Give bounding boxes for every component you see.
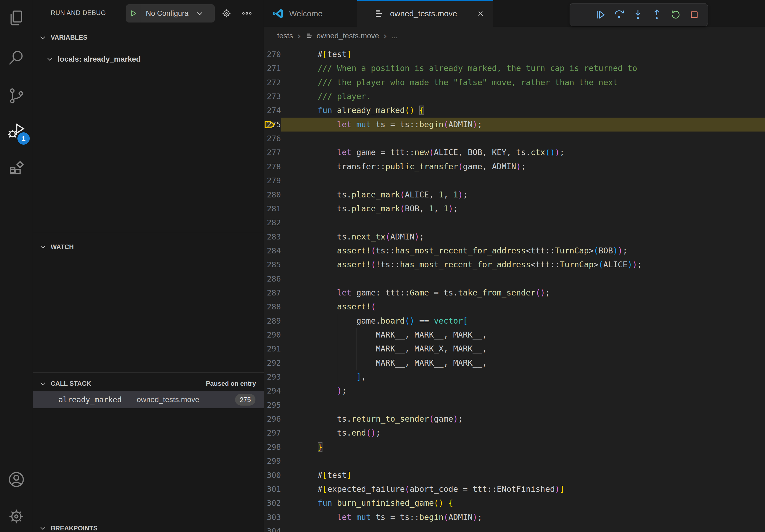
line-number[interactable]: 296 [264, 412, 281, 426]
code-line-280[interactable]: 280 ts.place_mark(ALICE, 1, 1); [264, 188, 765, 202]
code-line-303[interactable]: 303 let mut ts = ts::begin(ADMIN); [264, 510, 765, 524]
line-number[interactable]: 278 [264, 160, 281, 174]
debug-settings-gear-icon[interactable] [221, 8, 232, 19]
code-line-272[interactable]: 272/// the player who made the "false" m… [264, 76, 765, 90]
code-line-284[interactable]: 284 assert!(ts::has_most_recent_for_addr… [264, 244, 765, 258]
code-line-277[interactable]: 277 let game = ttt::new(ALICE, BOB, KEY,… [264, 145, 765, 159]
line-number[interactable]: 270 [264, 47, 281, 62]
line-number[interactable]: 276 [264, 132, 281, 146]
code-line-299[interactable]: 299 [264, 454, 765, 468]
line-number[interactable]: 292 [264, 356, 281, 370]
run-and-debug-icon[interactable]: 1 [7, 122, 26, 141]
line-number[interactable]: 283 [264, 230, 281, 244]
code-line-290[interactable]: 290 MARK__, MARK__, MARK__, [264, 328, 765, 342]
code-line-276[interactable]: 276 [264, 132, 765, 145]
code-line-270[interactable]: 270#[test] [264, 47, 765, 61]
code-line-295[interactable]: 295 [264, 398, 765, 412]
code-line-302[interactable]: 302fun burn_unfinished_game() { [264, 496, 765, 510]
line-number[interactable]: 299 [264, 454, 281, 468]
line-number[interactable]: 302 [264, 496, 281, 510]
code-line-286[interactable]: 286 [264, 272, 765, 286]
line-number[interactable]: 301 [264, 482, 281, 496]
line-number[interactable]: 298 [264, 440, 281, 454]
line-number[interactable]: 286 [264, 272, 281, 286]
code-line-282[interactable]: 282 [264, 216, 765, 230]
line-number[interactable]: 279 [264, 173, 281, 188]
line-number[interactable]: 284 [264, 244, 281, 258]
line-number[interactable]: 277 [264, 145, 281, 160]
code-line-273[interactable]: 273/// player. [264, 90, 765, 104]
line-number[interactable]: 297 [264, 426, 281, 440]
code-line-300[interactable]: 300#[test] [264, 468, 765, 482]
code-line-274[interactable]: 274fun already_marked() { [264, 104, 765, 117]
code-line-283[interactable]: 283 ts.next_tx(ADMIN); [264, 230, 765, 244]
code-line-304[interactable]: 304 [264, 524, 765, 532]
variables-scope-row[interactable]: locals: already_marked [33, 51, 264, 67]
account-icon[interactable] [7, 470, 26, 489]
line-number[interactable]: 281 [264, 202, 281, 216]
code-token: board [381, 316, 405, 326]
configuration-dropdown-label[interactable]: No Configura [146, 9, 197, 18]
code-line-text: ts.next_tx(ADMIN); [318, 230, 424, 244]
code-line-text: ts.end(); [318, 426, 381, 440]
code-line-289[interactable]: 289 game.board() == vector[ [264, 314, 765, 328]
line-number[interactable]: 285 [264, 258, 281, 272]
line-number[interactable]: 290 [264, 328, 281, 342]
code-token: game = ttt:: [352, 147, 414, 157]
code-line-296[interactable]: 296 ts.return_to_sender(game); [264, 412, 765, 426]
code-line-271[interactable]: 271/// When a position is already marked… [264, 61, 765, 75]
code-line-297[interactable]: 297 ts.end(); [264, 426, 765, 440]
line-number[interactable]: 280 [264, 188, 281, 202]
settings-gear-icon[interactable] [7, 507, 26, 526]
code-line-288[interactable]: 288 assert!( [264, 300, 765, 314]
code-token: # [318, 470, 323, 480]
source-control-icon[interactable] [7, 86, 26, 106]
explorer-icon[interactable] [7, 8, 26, 28]
line-number[interactable]: 294 [264, 384, 281, 398]
extensions-icon[interactable] [7, 159, 26, 178]
code-line-293[interactable]: 293 ], [264, 370, 765, 384]
code-line-279[interactable]: 279 [264, 173, 765, 187]
code-line-292[interactable]: 292 MARK__, MARK__, MARK__, [264, 356, 765, 370]
code-line-287[interactable]: 287 let game: ttt::Game = ts.take_from_s… [264, 286, 765, 300]
call-stack-frame-row[interactable]: already_marked owned_tests.move 275 [33, 391, 264, 408]
start-debugging-button[interactable] [126, 4, 141, 23]
line-number[interactable]: 272 [264, 76, 281, 90]
more-actions-icon[interactable] [241, 8, 253, 19]
chevron-down-icon[interactable] [195, 9, 204, 18]
code-token: let [337, 120, 352, 129]
code-line-285[interactable]: 285 assert!(!ts::has_most_recent_for_add… [264, 258, 765, 272]
watch-section-header[interactable]: WATCH [33, 239, 264, 254]
code-line-281[interactable]: 281 ts.place_mark(BOB, 1, 1); [264, 202, 765, 216]
code-line-301[interactable]: 301#[expected_failure(abort_code = ttt::… [264, 482, 765, 496]
line-number[interactable]: 303 [264, 510, 281, 524]
line-number[interactable]: 304 [264, 524, 281, 532]
code-token [318, 147, 337, 157]
search-icon[interactable] [7, 48, 26, 67]
line-number[interactable]: 282 [264, 216, 281, 230]
panel-title: RUN AND DEBUG [51, 0, 106, 26]
line-number[interactable]: 288 [264, 300, 281, 314]
launch-configuration-control[interactable]: No Configura [126, 4, 215, 23]
call-stack-section-header[interactable]: CALL STACK Paused on entry [33, 376, 264, 391]
line-number[interactable]: 289 [264, 314, 281, 328]
line-number[interactable]: 287 [264, 286, 281, 300]
code-line-294[interactable]: 294 ); [264, 384, 765, 398]
code-line-298[interactable]: 298} [264, 440, 765, 454]
line-number[interactable]: 293 [264, 370, 281, 384]
breakpoints-section-header[interactable]: BREAKPOINTS [33, 521, 264, 532]
line-number[interactable]: 271 [264, 61, 281, 76]
code-token: BOB [598, 246, 613, 255]
line-number[interactable]: 273 [264, 90, 281, 104]
line-number[interactable]: 274 [264, 104, 281, 118]
code-line-278[interactable]: 278 transfer::public_transfer(game, ADMI… [264, 160, 765, 173]
code-token: transfer:: [318, 162, 385, 171]
line-number[interactable]: 291 [264, 342, 281, 356]
line-number[interactable]: 300 [264, 468, 281, 482]
code-token: ALICE [603, 260, 627, 269]
line-number[interactable]: 295 [264, 398, 281, 412]
code-token: , [443, 190, 453, 199]
code-line-275[interactable]: 275 let mut ts = ts::begin(ADMIN); [264, 118, 765, 132]
variables-section-header[interactable]: VARIABLES [33, 30, 264, 45]
code-line-291[interactable]: 291 MARK__, MARK_X, MARK__, [264, 342, 765, 356]
